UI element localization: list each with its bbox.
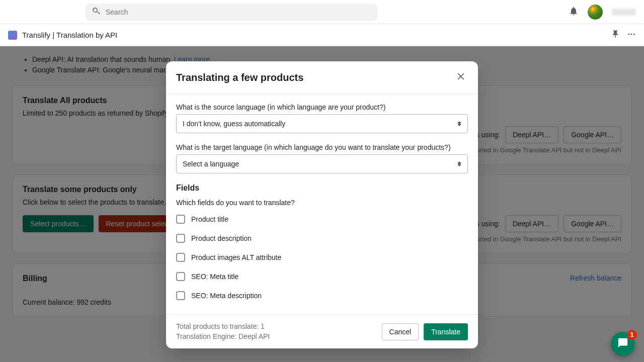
svg-point-2 [633,33,635,35]
checkbox[interactable] [176,291,185,300]
modal-body: What is the source language (in which la… [166,94,478,314]
footer-total: Total products to translate: 1 [176,322,270,332]
checkbox[interactable] [176,215,185,224]
check-row-meta-desc[interactable]: SEO: Meta description [176,286,468,305]
notifications-icon[interactable] [569,6,579,18]
fields-heading: Fields [176,184,468,193]
check-row-title[interactable]: Product title [176,210,468,229]
checkbox[interactable] [176,253,185,262]
check-row-alt[interactable]: Product images ALT attribute [176,248,468,267]
svg-point-1 [631,33,632,35]
close-button[interactable] [454,70,468,84]
translate-modal: Translating a few products What is the s… [166,61,478,348]
check-label: SEO: Meta description [191,292,262,300]
app-icon [8,31,17,40]
search-icon [92,7,101,18]
pin-icon[interactable] [611,30,620,41]
checkbox[interactable] [176,234,185,243]
chevron-updown-icon [457,161,461,166]
search-box[interactable] [86,4,377,21]
search-input[interactable] [106,8,371,16]
svg-point-0 [628,33,629,35]
check-label: Product title [191,215,228,223]
check-label: Product description [191,234,252,242]
modal-footer: Total products to translate: 1 Translati… [166,314,478,348]
checkbox[interactable] [176,272,185,281]
topbar [0,0,644,24]
modal-title: Translating a few products [176,72,303,83]
chevron-updown-icon [457,121,461,126]
source-language-label: What is the source language (in which la… [176,103,468,111]
chat-badge: 1 [627,330,637,340]
target-language-select[interactable]: Select a language [176,154,468,173]
check-label: SEO: Meta title [191,273,238,281]
cancel-button[interactable]: Cancel [382,323,419,340]
modal-header: Translating a few products [166,61,478,94]
user-name-blur [612,9,636,16]
footer-engine: Translation Engine: Deepl API [176,332,270,342]
source-language-select[interactable]: I don't know, guess automatically [176,114,468,133]
target-language-label: What is the target language (in which la… [176,143,468,151]
chat-bubble[interactable]: 1 [611,332,635,356]
check-row-meta-title[interactable]: SEO: Meta title [176,267,468,286]
chat-icon [617,337,628,350]
check-row-description[interactable]: Product description [176,229,468,248]
translate-button[interactable]: Translate [424,323,468,340]
more-icon[interactable] [627,30,636,41]
close-icon [456,71,466,83]
app-header: Translify | Translation by API [0,24,644,46]
avatar[interactable] [588,5,603,20]
fields-sub: Which fields do you want to translate? [176,199,468,207]
check-label: Product images ALT attribute [191,253,281,261]
app-title: Translify | Translation by API [22,31,117,39]
